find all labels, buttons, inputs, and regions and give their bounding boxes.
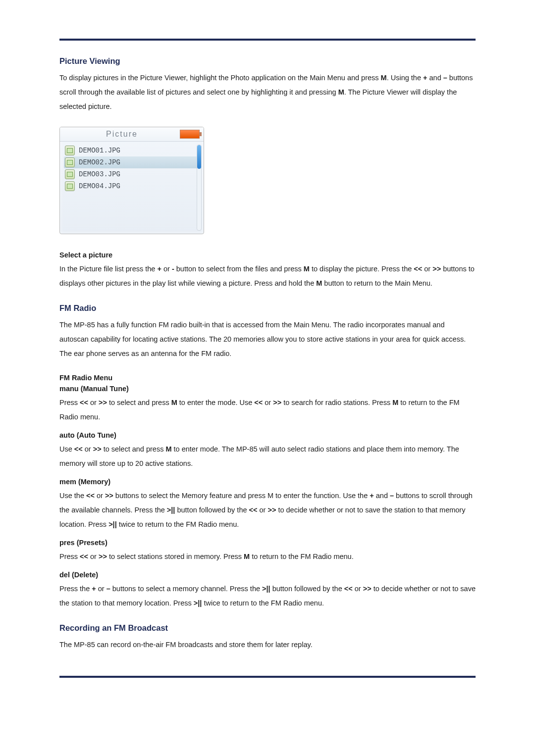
paragraph-manu: Press << or >> to select and press M to … — [59, 396, 476, 424]
picture-file-icon — [65, 169, 75, 179]
heading-auto: auto (Auto Tune) — [59, 431, 476, 439]
list-item[interactable]: DEMO02.JPG — [64, 156, 199, 168]
paragraph-auto: Use << or >> to select and press M to en… — [59, 442, 476, 471]
heading-del: del (Delete) — [59, 571, 476, 579]
list-item[interactable]: DEMO04.JPG — [65, 180, 199, 192]
figure-titlebar: Picture — [60, 127, 204, 142]
figure-picture-list: Picture DEMO01.JPG DEMO02.JPG DEMO03.JPG… — [59, 127, 204, 234]
paragraph-select-picture: In the Picture file list press the + or … — [59, 262, 476, 291]
paragraph-recording: The MP-85 can record on-the-air FM broad… — [59, 638, 476, 652]
picture-file-icon — [65, 181, 75, 191]
list-item[interactable]: DEMO03.JPG — [65, 168, 199, 180]
file-name: DEMO04.JPG — [79, 182, 120, 190]
figure-body: DEMO01.JPG DEMO02.JPG DEMO03.JPG DEMO04.… — [60, 142, 204, 234]
bottom-rule — [59, 676, 476, 678]
paragraph-picture-viewing: To display pictures in the Picture Viewe… — [59, 71, 476, 114]
heading-picture-viewing: Picture Viewing — [59, 56, 476, 66]
heading-fm-radio: FM Radio — [59, 303, 476, 313]
picture-file-icon — [65, 157, 75, 167]
scrollbar[interactable] — [197, 145, 202, 231]
file-name: DEMO03.JPG — [79, 170, 120, 178]
figure-title: Picture — [64, 130, 180, 139]
file-name: DEMO02.JPG — [79, 158, 120, 166]
heading-select-picture: Select a picture — [59, 251, 476, 259]
heading-pres: pres (Presets) — [59, 539, 476, 547]
heading-mem: mem (Memory) — [59, 478, 476, 486]
battery-icon — [180, 130, 200, 139]
paragraph-fm-radio: The MP-85 has a fully function FM radio … — [59, 318, 476, 361]
heading-recording: Recording an FM Broadcast — [59, 623, 476, 633]
paragraph-del: Press the + or – buttons to select a mem… — [59, 582, 476, 610]
heading-manu: manu (Manual Tune) — [59, 385, 476, 393]
paragraph-mem: Use the << or >> buttons to select the M… — [59, 489, 476, 532]
list-item[interactable]: DEMO01.JPG — [65, 145, 199, 156]
file-name: DEMO01.JPG — [79, 147, 120, 154]
picture-file-icon — [65, 146, 75, 155]
scrollbar-thumb[interactable] — [197, 145, 201, 169]
heading-fm-radio-menu: FM Radio Menu — [59, 374, 476, 382]
top-rule — [59, 39, 476, 41]
paragraph-pres: Press << or >> to select stations stored… — [59, 550, 476, 564]
